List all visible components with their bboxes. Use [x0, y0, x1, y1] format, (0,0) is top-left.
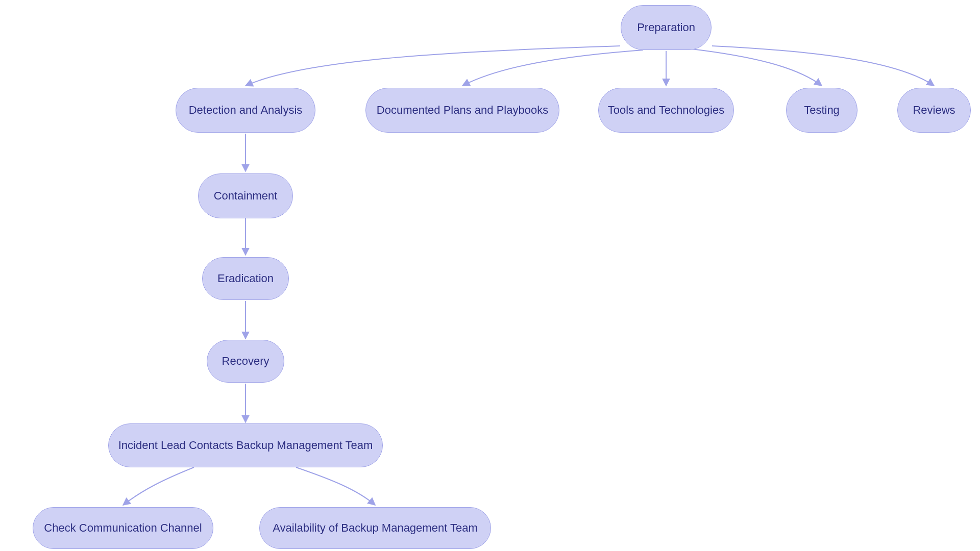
node-containment: Containment	[198, 173, 293, 218]
edge-preparation-docplans	[462, 50, 643, 86]
flowchart-canvas: Preparation Detection and Analysis Docum…	[0, 0, 980, 551]
node-tools: Tools and Technologies	[598, 88, 734, 133]
edge-incidentlead-availbackup	[296, 467, 375, 505]
edge-preparation-detection	[246, 46, 620, 86]
node-eradication: Eradication	[202, 257, 289, 300]
node-preparation: Preparation	[621, 5, 712, 50]
node-availbackup: Availability of Backup Management Team	[259, 507, 491, 549]
node-reviews: Reviews	[897, 88, 971, 133]
edge-preparation-testing	[692, 49, 822, 86]
node-checkcomm: Check Communication Channel	[33, 507, 213, 549]
edges-layer	[0, 0, 980, 551]
node-docplans: Documented Plans and Playbooks	[365, 88, 559, 133]
node-incidentlead: Incident Lead Contacts Backup Management…	[108, 423, 383, 467]
edge-preparation-reviews	[712, 46, 934, 86]
node-detection: Detection and Analysis	[176, 88, 315, 133]
node-testing: Testing	[786, 88, 857, 133]
edge-incidentlead-checkcomm	[123, 467, 194, 505]
node-recovery: Recovery	[207, 340, 284, 383]
